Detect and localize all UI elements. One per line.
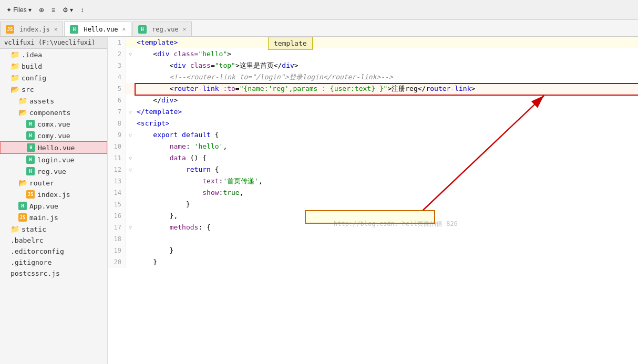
line-number: 15: [108, 199, 126, 210]
line-content: }: [135, 256, 157, 268]
sidebar-item-idea[interactable]: 📁 .idea: [0, 49, 107, 60]
line-content: export default {: [135, 129, 219, 141]
code-token: >: [173, 95, 178, 106]
settings-button[interactable]: ⚙ ▾: [60, 5, 75, 15]
sidebar-item-app-vue[interactable]: H App.vue: [0, 200, 107, 212]
sidebar-item-gitignore[interactable]: .gitignore: [0, 257, 107, 268]
menu-button[interactable]: ≡: [49, 5, 57, 15]
code-token: {: [211, 129, 219, 141]
code-editor[interactable]: 1 <template> 2 ▽ <div class="hello"> 3: [108, 37, 638, 364]
tab-hello-vue[interactable]: H Hello.vue ✕: [64, 22, 131, 36]
code-token: :: [219, 187, 223, 199]
line-number: 7: [108, 106, 126, 118]
tab-close-icon[interactable]: ✕: [183, 26, 187, 33]
sidebar-item-hello-vue[interactable]: H Hello.vue: [0, 141, 107, 154]
line-number: 19: [108, 245, 126, 256]
tab-close-icon[interactable]: ✕: [54, 26, 58, 33]
code-token: </: [137, 95, 161, 106]
sidebar-item-postcssrc[interactable]: postcssrc.js: [0, 268, 107, 279]
fold-gutter: ▽: [126, 152, 135, 164]
code-token: =: [235, 83, 240, 95]
line-number: 5: [108, 83, 126, 95]
code-token: }: [137, 199, 190, 210]
sidebar-item-babelrc[interactable]: .babelrc: [0, 235, 107, 246]
sidebar-item-router[interactable]: 📂 router: [0, 177, 107, 189]
line-number: 17: [108, 222, 126, 233]
line-number: 10: [108, 141, 126, 152]
code-line-15: 15 }: [108, 199, 638, 210]
sidebar-item-reg-vue[interactable]: H reg.vue: [0, 165, 107, 177]
line-content: },: [135, 210, 178, 222]
code-token: router-link: [426, 83, 471, 95]
code-line-18: 18: [108, 233, 638, 245]
files-button[interactable]: ✦ Files ▾: [4, 5, 34, 15]
sidebar-item-label: .babelrc: [11, 236, 44, 244]
line-content: <!--<router-link to="/login">登录login</ro…: [135, 71, 393, 83]
fold-gutter: [126, 210, 135, 222]
sidebar-item-components[interactable]: 📂 components: [0, 107, 107, 118]
code-token: ,: [240, 187, 244, 199]
sidebar-item-assets[interactable]: 📁 assets: [0, 95, 107, 107]
fold-gutter: ▽: [126, 129, 135, 141]
code-token: [137, 141, 170, 152]
line-number: 14: [108, 187, 126, 199]
sidebar-item-src[interactable]: 📂 src: [0, 84, 107, 95]
sidebar-item-login-vue[interactable]: H login.vue: [0, 154, 107, 165]
code-token: [170, 48, 174, 60]
sidebar-item-main-js[interactable]: JS main.js: [0, 212, 107, 223]
line-content: <router-link :to="{name:'reg',params : {…: [135, 83, 475, 95]
folder-icon: 📁: [11, 225, 19, 233]
folder-icon: 📁: [18, 97, 27, 105]
code-token: }: [137, 245, 173, 256]
code-token: [137, 222, 170, 233]
fold-gutter: [126, 175, 135, 187]
sidebar-item-static[interactable]: 📁 static: [0, 223, 107, 235]
add-button[interactable]: ⊕: [37, 5, 46, 15]
main-layout: vclifuxi (F:\vueclifuxi) 📁 .idea 📁 build…: [0, 37, 638, 364]
vue-file-icon: H: [18, 202, 27, 210]
line-content: <script>: [135, 118, 170, 129]
fold-gutter: ▽: [126, 106, 135, 118]
code-token: :to: [223, 83, 235, 95]
sidebar-item-comy-vue[interactable]: H comy.vue: [0, 130, 107, 141]
sidebar-item-label: comx.vue: [37, 120, 70, 128]
code-token: 'hello': [194, 141, 223, 152]
fold-gutter: [126, 199, 135, 210]
line-number: 18: [108, 233, 126, 245]
code-token: div: [282, 60, 294, 71]
sidebar-item-editorconfig[interactable]: .editorconfig: [0, 246, 107, 257]
sidebar-item-config[interactable]: 📁 config: [0, 72, 107, 84]
code-token: div: [173, 60, 186, 71]
line-number: 3: [108, 60, 126, 71]
line-content: [135, 233, 137, 245]
tab-label: reg.vue: [152, 26, 179, 33]
sort-button[interactable]: ↕: [78, 5, 86, 15]
fold-gutter: [126, 233, 135, 245]
sidebar-item-build[interactable]: 📁 build: [0, 60, 107, 72]
fold-gutter: ▽: [126, 222, 135, 233]
line-number: 4: [108, 71, 126, 83]
tab-close-icon[interactable]: ✕: [122, 26, 126, 33]
sidebar-item-label: .idea: [22, 51, 42, 59]
code-token: <template>: [137, 37, 178, 48]
sidebar-item-label: src: [22, 86, 34, 93]
code-token: ,: [223, 141, 227, 152]
tab-reg-vue[interactable]: H reg.vue ✕: [132, 22, 192, 36]
fold-gutter: [126, 256, 135, 268]
line-content: <div class="top">这里是首页</div>: [135, 60, 299, 71]
sidebar-item-router-index[interactable]: JS index.js: [0, 189, 107, 200]
code-token: [137, 164, 186, 175]
sidebar-item-comx-vue[interactable]: H comx.vue: [0, 118, 107, 130]
code-token: div: [157, 48, 169, 60]
code-token: [137, 152, 170, 164]
code-line-9: 9 ▽ export default {: [108, 129, 638, 141]
tab-index-js[interactable]: JS index.js ✕: [0, 22, 63, 36]
fold-gutter: [126, 245, 135, 256]
line-number: 8: [108, 118, 126, 129]
code-line-17: 17 ▽ methods: {: [108, 222, 638, 233]
code-token: }: [137, 256, 157, 268]
code-token: name: [170, 141, 186, 152]
line-number: 1: [108, 37, 126, 48]
line-content: </div>: [135, 95, 178, 106]
vue-file-icon: H: [26, 120, 35, 128]
